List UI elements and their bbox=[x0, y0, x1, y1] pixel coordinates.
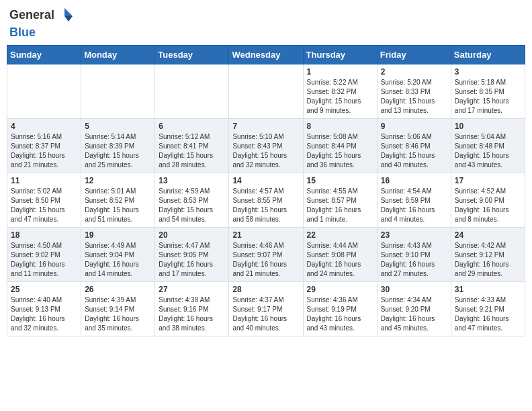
calendar-cell: 11Sunrise: 5:02 AM Sunset: 8:50 PM Dayli… bbox=[7, 173, 81, 228]
day-number: 19 bbox=[85, 230, 151, 240]
day-info: Sunrise: 4:39 AM Sunset: 9:14 PM Dayligh… bbox=[85, 295, 151, 333]
day-info: Sunrise: 4:36 AM Sunset: 9:19 PM Dayligh… bbox=[307, 295, 373, 333]
day-info: Sunrise: 5:08 AM Sunset: 8:44 PM Dayligh… bbox=[307, 132, 373, 170]
calendar-week-row: 1Sunrise: 5:22 AM Sunset: 8:32 PM Daylig… bbox=[7, 64, 525, 119]
calendar-cell: 13Sunrise: 4:59 AM Sunset: 8:53 PM Dayli… bbox=[155, 173, 229, 228]
day-info: Sunrise: 4:52 AM Sunset: 9:00 PM Dayligh… bbox=[455, 187, 521, 224]
calendar-cell: 8Sunrise: 5:08 AM Sunset: 8:44 PM Daylig… bbox=[303, 119, 377, 173]
weekday-header: Friday bbox=[377, 46, 451, 64]
weekday-header: Sunday bbox=[7, 46, 81, 64]
day-info: Sunrise: 5:16 AM Sunset: 8:37 PM Dayligh… bbox=[11, 132, 77, 170]
day-info: Sunrise: 4:37 AM Sunset: 9:17 PM Dayligh… bbox=[232, 295, 299, 333]
calendar-week-row: 25Sunrise: 4:40 AM Sunset: 9:13 PM Dayli… bbox=[7, 282, 525, 336]
day-number: 16 bbox=[381, 176, 447, 185]
day-info: Sunrise: 4:49 AM Sunset: 9:04 PM Dayligh… bbox=[85, 241, 151, 279]
calendar-cell: 30Sunrise: 4:34 AM Sunset: 9:20 PM Dayli… bbox=[377, 282, 451, 336]
calendar-cell: 17Sunrise: 4:52 AM Sunset: 9:00 PM Dayli… bbox=[451, 173, 525, 228]
weekday-header: Thursday bbox=[303, 46, 377, 64]
calendar-week-row: 18Sunrise: 4:50 AM Sunset: 9:02 PM Dayli… bbox=[7, 228, 525, 282]
day-info: Sunrise: 4:59 AM Sunset: 8:53 PM Dayligh… bbox=[159, 187, 225, 224]
page-header: General Blue bbox=[7, 7, 525, 40]
calendar-cell: 7Sunrise: 5:10 AM Sunset: 8:43 PM Daylig… bbox=[229, 119, 303, 173]
calendar-cell bbox=[81, 64, 155, 119]
day-info: Sunrise: 4:46 AM Sunset: 9:07 PM Dayligh… bbox=[232, 241, 299, 279]
logo: General Blue bbox=[9, 7, 75, 40]
day-number: 23 bbox=[381, 230, 447, 240]
day-number: 9 bbox=[381, 122, 447, 131]
day-number: 13 bbox=[159, 176, 225, 185]
weekday-header: Monday bbox=[81, 46, 155, 64]
calendar-cell: 31Sunrise: 4:33 AM Sunset: 9:21 PM Dayli… bbox=[451, 282, 525, 336]
calendar-cell: 6Sunrise: 5:12 AM Sunset: 8:41 PM Daylig… bbox=[155, 119, 229, 173]
day-number: 5 bbox=[85, 122, 151, 131]
calendar-cell: 25Sunrise: 4:40 AM Sunset: 9:13 PM Dayli… bbox=[7, 282, 81, 336]
day-info: Sunrise: 4:33 AM Sunset: 9:21 PM Dayligh… bbox=[455, 295, 521, 333]
day-number: 30 bbox=[381, 285, 447, 294]
day-info: Sunrise: 5:02 AM Sunset: 8:50 PM Dayligh… bbox=[11, 187, 77, 224]
calendar-cell: 24Sunrise: 4:42 AM Sunset: 9:12 PM Dayli… bbox=[451, 228, 525, 282]
day-info: Sunrise: 5:12 AM Sunset: 8:41 PM Dayligh… bbox=[159, 132, 225, 170]
day-number: 15 bbox=[307, 176, 373, 185]
day-info: Sunrise: 4:47 AM Sunset: 9:05 PM Dayligh… bbox=[159, 241, 225, 279]
calendar-cell: 15Sunrise: 4:55 AM Sunset: 8:57 PM Dayli… bbox=[303, 173, 377, 228]
day-info: Sunrise: 4:50 AM Sunset: 9:02 PM Dayligh… bbox=[11, 241, 77, 279]
calendar-cell: 19Sunrise: 4:49 AM Sunset: 9:04 PM Dayli… bbox=[81, 228, 155, 282]
calendar-week-row: 11Sunrise: 5:02 AM Sunset: 8:50 PM Dayli… bbox=[7, 173, 525, 228]
calendar-cell: 18Sunrise: 4:50 AM Sunset: 9:02 PM Dayli… bbox=[7, 228, 81, 282]
calendar-cell: 28Sunrise: 4:37 AM Sunset: 9:17 PM Dayli… bbox=[229, 282, 303, 336]
day-info: Sunrise: 4:43 AM Sunset: 9:10 PM Dayligh… bbox=[381, 241, 447, 279]
day-number: 22 bbox=[307, 230, 373, 240]
svg-marker-0 bbox=[64, 8, 73, 16]
day-number: 11 bbox=[11, 176, 77, 185]
day-info: Sunrise: 4:57 AM Sunset: 8:55 PM Dayligh… bbox=[232, 187, 299, 224]
calendar-cell: 3Sunrise: 5:18 AM Sunset: 8:35 PM Daylig… bbox=[451, 64, 525, 119]
day-number: 17 bbox=[455, 176, 521, 185]
calendar-cell: 4Sunrise: 5:16 AM Sunset: 8:37 PM Daylig… bbox=[7, 119, 81, 173]
day-info: Sunrise: 5:20 AM Sunset: 8:33 PM Dayligh… bbox=[381, 78, 447, 116]
calendar-cell: 23Sunrise: 4:43 AM Sunset: 9:10 PM Dayli… bbox=[377, 228, 451, 282]
day-info: Sunrise: 5:22 AM Sunset: 8:32 PM Dayligh… bbox=[307, 78, 373, 116]
day-number: 29 bbox=[307, 285, 373, 294]
day-info: Sunrise: 4:38 AM Sunset: 9:16 PM Dayligh… bbox=[159, 295, 225, 333]
day-number: 25 bbox=[11, 285, 77, 294]
day-info: Sunrise: 4:40 AM Sunset: 9:13 PM Dayligh… bbox=[11, 295, 77, 333]
svg-marker-1 bbox=[64, 16, 73, 21]
day-number: 20 bbox=[159, 230, 225, 240]
calendar-cell: 1Sunrise: 5:22 AM Sunset: 8:32 PM Daylig… bbox=[303, 64, 377, 119]
calendar-cell: 16Sunrise: 4:54 AM Sunset: 8:59 PM Dayli… bbox=[377, 173, 451, 228]
calendar-table: SundayMondayTuesdayWednesdayThursdayFrid… bbox=[7, 45, 525, 336]
header-row: SundayMondayTuesdayWednesdayThursdayFrid… bbox=[7, 46, 525, 64]
day-number: 12 bbox=[85, 176, 151, 185]
day-number: 14 bbox=[232, 176, 299, 185]
day-number: 10 bbox=[455, 122, 521, 131]
weekday-header: Tuesday bbox=[155, 46, 229, 64]
calendar-cell: 20Sunrise: 4:47 AM Sunset: 9:05 PM Dayli… bbox=[155, 228, 229, 282]
day-info: Sunrise: 5:14 AM Sunset: 8:39 PM Dayligh… bbox=[85, 132, 151, 170]
day-info: Sunrise: 5:01 AM Sunset: 8:52 PM Dayligh… bbox=[85, 187, 151, 224]
day-number: 26 bbox=[85, 285, 151, 294]
day-number: 3 bbox=[455, 67, 521, 77]
day-info: Sunrise: 5:04 AM Sunset: 8:48 PM Dayligh… bbox=[455, 132, 521, 170]
calendar-cell: 12Sunrise: 5:01 AM Sunset: 8:52 PM Dayli… bbox=[81, 173, 155, 228]
calendar-cell: 14Sunrise: 4:57 AM Sunset: 8:55 PM Dayli… bbox=[229, 173, 303, 228]
calendar-cell: 5Sunrise: 5:14 AM Sunset: 8:39 PM Daylig… bbox=[81, 119, 155, 173]
day-info: Sunrise: 5:10 AM Sunset: 8:43 PM Dayligh… bbox=[232, 132, 299, 170]
day-number: 2 bbox=[381, 67, 447, 77]
calendar-cell: 21Sunrise: 4:46 AM Sunset: 9:07 PM Dayli… bbox=[229, 228, 303, 282]
logo-general: General bbox=[9, 8, 54, 21]
calendar-cell: 2Sunrise: 5:20 AM Sunset: 8:33 PM Daylig… bbox=[377, 64, 451, 119]
day-info: Sunrise: 5:06 AM Sunset: 8:46 PM Dayligh… bbox=[381, 132, 447, 170]
logo-icon bbox=[55, 7, 74, 26]
calendar-cell: 9Sunrise: 5:06 AM Sunset: 8:46 PM Daylig… bbox=[377, 119, 451, 173]
weekday-header: Saturday bbox=[451, 46, 525, 64]
calendar-cell: 26Sunrise: 4:39 AM Sunset: 9:14 PM Dayli… bbox=[81, 282, 155, 336]
day-info: Sunrise: 4:55 AM Sunset: 8:57 PM Dayligh… bbox=[307, 187, 373, 224]
day-info: Sunrise: 4:54 AM Sunset: 8:59 PM Dayligh… bbox=[381, 187, 447, 224]
calendar-cell bbox=[155, 64, 229, 119]
day-number: 7 bbox=[232, 122, 299, 131]
weekday-header: Wednesday bbox=[229, 46, 303, 64]
day-number: 6 bbox=[159, 122, 225, 131]
calendar-cell: 27Sunrise: 4:38 AM Sunset: 9:16 PM Dayli… bbox=[155, 282, 229, 336]
day-info: Sunrise: 4:44 AM Sunset: 9:08 PM Dayligh… bbox=[307, 241, 373, 279]
calendar-cell: 10Sunrise: 5:04 AM Sunset: 8:48 PM Dayli… bbox=[451, 119, 525, 173]
